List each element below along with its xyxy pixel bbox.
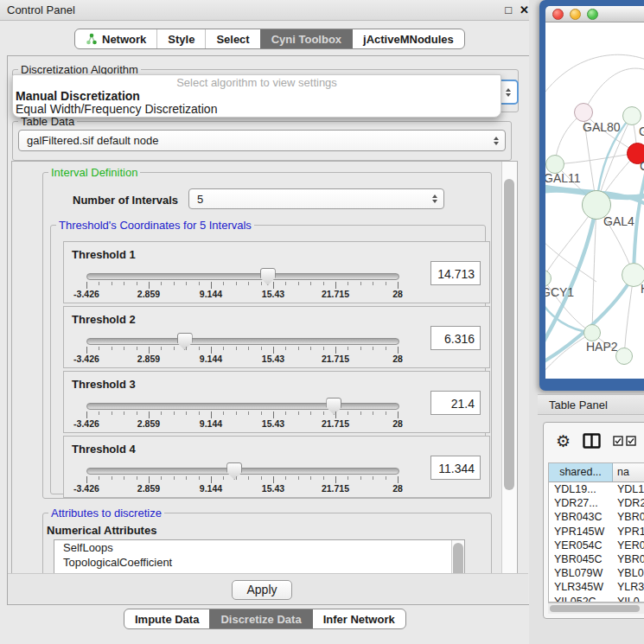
table-cell[interactable]: YDR27...: [549, 496, 612, 510]
table-cell[interactable]: YDL19...: [549, 482, 612, 496]
table-cell[interactable]: YBR045C: [549, 552, 612, 566]
tick-mark: [398, 411, 399, 418]
tab-jactivemnodules[interactable]: jActiveMNodules: [352, 29, 464, 48]
tick-label: 21.715: [322, 289, 349, 299]
table-cell[interactable]: YPR145W: [549, 525, 612, 539]
checkbox-checked-icon[interactable]: [613, 436, 623, 446]
table-cell[interactable]: YDR2: [612, 496, 644, 510]
threshold-slider[interactable]: [86, 338, 399, 345]
network-node-label: GAL80: [583, 120, 621, 134]
table-cell[interactable]: YBR0: [612, 510, 644, 524]
table-cell[interactable]: YER0: [612, 539, 644, 552]
table-row[interactable]: YBR043CYBR0: [549, 510, 644, 524]
float-window-icon[interactable]: □: [505, 3, 512, 16]
tab-select[interactable]: Select: [205, 29, 259, 48]
tick-label: 21.715: [322, 418, 349, 429]
minimize-traffic-light-icon[interactable]: [570, 9, 581, 20]
algorithm-option[interactable]: Manual Discretization: [16, 89, 140, 103]
checkbox-checked-icon[interactable]: [626, 436, 636, 446]
tab-discretize-data[interactable]: Discretize Data: [209, 609, 311, 628]
table-row[interactable]: YIL052CYIL0: [549, 595, 644, 603]
network-window-titlebar[interactable]: [545, 6, 644, 22]
network-canvas[interactable]: GAL80GCGAL11GAL4GCY1HHAP2: [545, 22, 644, 379]
network-node[interactable]: [583, 324, 601, 341]
tick-mark: [298, 411, 299, 415]
split-columns-icon[interactable]: [583, 433, 601, 449]
tab-discretize-data-label: Discretize Data: [220, 613, 301, 626]
slider-ticks: [86, 347, 398, 354]
zoom-traffic-light-icon[interactable]: [587, 9, 598, 20]
threshold-slider[interactable]: [86, 403, 399, 410]
slider-tick-labels: -3.4262.8599.14415.4321.71528: [86, 483, 398, 494]
threshold-value-field[interactable]: 6.316: [430, 326, 481, 350]
network-node[interactable]: [574, 103, 593, 122]
threshold-value-field[interactable]: 21.4: [430, 391, 481, 415]
table-row[interactable]: YPR145WYPR1: [549, 525, 644, 539]
tick-mark: [310, 347, 311, 350]
network-node-label: H: [641, 282, 644, 296]
table-cell[interactable]: YLR3: [612, 580, 644, 594]
column-header-name[interactable]: na: [613, 463, 644, 481]
threshold-value-field[interactable]: 11.344: [430, 456, 481, 480]
tab-network[interactable]: Network: [75, 29, 156, 48]
tick-mark: [386, 476, 386, 480]
table-cell[interactable]: YBR043C: [549, 510, 612, 524]
table-horizontal-scrollbar[interactable]: [548, 603, 644, 614]
tick-mark: [248, 476, 249, 480]
network-view-window[interactable]: GAL80GCGAL11GAL4GCY1HHAP2: [539, 0, 644, 391]
table-cell[interactable]: YBL079W: [549, 566, 612, 580]
tick-label: 15.43: [262, 354, 284, 364]
table-row[interactable]: YLR345WYLR3: [549, 580, 644, 594]
attributes-group-title: Attributes to discretize: [48, 507, 164, 520]
table-row[interactable]: YDL19...YDL1: [549, 482, 644, 496]
settings-scrollbar-thumb[interactable]: [504, 179, 514, 490]
tick-mark: [137, 476, 137, 480]
network-node-label: GAL11: [545, 171, 581, 185]
table-row[interactable]: YBL079WYBL0: [549, 566, 644, 580]
threshold-slider[interactable]: [86, 468, 399, 475]
table-panel-titlebar: Table Panel: [538, 394, 644, 415]
table-data-combobox[interactable]: galFiltered.sif default node: [18, 130, 506, 151]
num-intervals-combobox[interactable]: 5: [188, 188, 444, 209]
tick-mark: [211, 282, 212, 289]
tab-impute-data[interactable]: Impute Data: [124, 609, 209, 628]
tick-mark: [236, 282, 237, 285]
threshold-box: Threshold 3 -3.4262.8599.14415.4321.7152…: [63, 371, 490, 433]
table-horizontal-scrollbar-thumb[interactable]: [550, 605, 640, 612]
gear-icon[interactable]: ⚙: [556, 432, 571, 450]
table-row[interactable]: YBR045CYBR0: [549, 552, 644, 566]
settings-scrollbar[interactable]: [501, 162, 517, 587]
tick-mark: [273, 411, 274, 418]
column-header-shared-name[interactable]: shared...: [549, 463, 613, 481]
table-cell[interactable]: YLR345W: [549, 580, 612, 594]
tick-mark: [248, 347, 249, 350]
tick-mark: [386, 347, 386, 350]
table-cell[interactable]: YER054C: [549, 539, 612, 552]
table-cell[interactable]: YBL0: [612, 566, 644, 580]
algorithm-option[interactable]: Equal Width/Frequency Discretization: [16, 102, 217, 116]
close-window-icon[interactable]: ✕: [520, 3, 529, 16]
algorithm-dropdown-prompt: Select algorithm to view settings: [13, 76, 501, 89]
attribute-list-item[interactable]: SelfLoops: [54, 540, 464, 555]
threshold-slider[interactable]: [86, 273, 399, 280]
table-cell[interactable]: YIL052C: [549, 595, 612, 603]
tab-infer-network[interactable]: Infer Network: [312, 609, 405, 628]
threshold-value-field[interactable]: 14.713: [430, 261, 481, 285]
network-node[interactable]: [622, 106, 641, 125]
tab-style[interactable]: Style: [156, 29, 205, 48]
table-cell[interactable]: YPR1: [612, 525, 644, 539]
combo-stepper-icon: [494, 137, 499, 145]
table-cell[interactable]: YIL0: [612, 595, 644, 603]
table-row[interactable]: YDR27...YDR2: [549, 496, 644, 510]
tab-cyni-toolbox[interactable]: Cyni Toolbox: [260, 29, 352, 48]
tick-label: 9.144: [200, 483, 222, 494]
attribute-list-item[interactable]: TopologicalCoefficient: [54, 555, 464, 570]
table-row[interactable]: YER054CYER0: [549, 539, 644, 552]
apply-button[interactable]: Apply: [232, 580, 292, 600]
table-cell[interactable]: YDL1: [612, 482, 644, 496]
network-node[interactable]: [615, 348, 633, 365]
tick-mark: [223, 282, 224, 285]
table-cell[interactable]: YBR0: [612, 552, 644, 566]
close-traffic-light-icon[interactable]: [552, 9, 564, 20]
tick-mark: [248, 411, 249, 415]
